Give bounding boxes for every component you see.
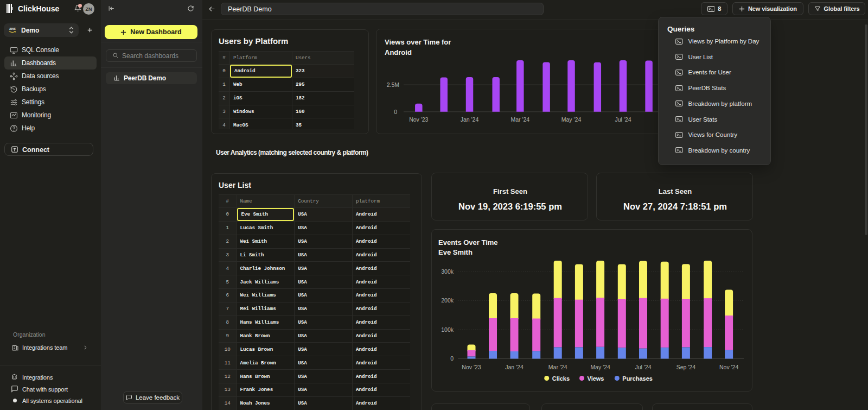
svg-text:Jul '24: Jul '24 bbox=[635, 364, 651, 370]
svg-text:Jul '24: Jul '24 bbox=[615, 116, 631, 123]
svg-text:2.5M: 2.5M bbox=[387, 81, 399, 88]
svg-text:May '24: May '24 bbox=[561, 116, 582, 123]
svg-text:100k: 100k bbox=[441, 326, 454, 333]
svg-text:Nov '23: Nov '23 bbox=[409, 116, 428, 123]
svg-text:Jan '24: Jan '24 bbox=[461, 116, 479, 123]
svg-text:Nov '23: Nov '23 bbox=[462, 364, 481, 370]
svg-text:Mar '24: Mar '24 bbox=[510, 116, 529, 123]
svg-text:Views: Views bbox=[588, 375, 604, 382]
svg-text:300k: 300k bbox=[441, 268, 454, 275]
svg-text:Purchases: Purchases bbox=[622, 375, 653, 382]
svg-text:Clicks: Clicks bbox=[552, 375, 570, 382]
svg-text:200k: 200k bbox=[441, 297, 454, 304]
svg-text:Sep '24: Sep '24 bbox=[676, 364, 695, 370]
svg-text:May '24: May '24 bbox=[590, 364, 610, 370]
svg-text:Jan '24: Jan '24 bbox=[505, 364, 524, 370]
svg-text:Nov '24: Nov '24 bbox=[719, 364, 738, 370]
svg-text:Mar '24: Mar '24 bbox=[548, 364, 567, 370]
svg-text:0: 0 bbox=[450, 355, 454, 362]
svg-text:0: 0 bbox=[394, 109, 397, 115]
